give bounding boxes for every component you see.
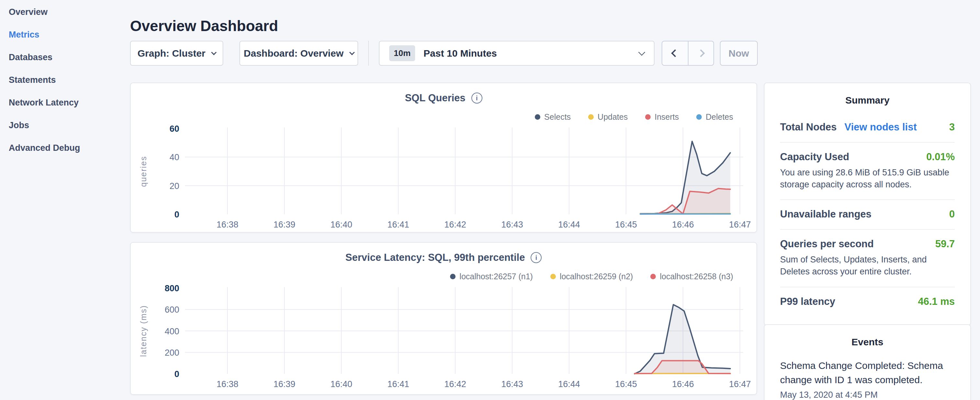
svg-text:16:46: 16:46 (672, 379, 694, 389)
summary-row-p99-latency: P99 latency 46.1 ms (780, 287, 955, 317)
svg-text:16:42: 16:42 (444, 379, 466, 389)
admin-ui-page: Overview Metrics Databases Statements Ne… (0, 0, 980, 400)
summary-row-description: Sum of Selects, Updates, Inserts, and De… (780, 254, 955, 277)
svg-text:16:42: 16:42 (444, 220, 466, 229)
sidebar-item-statements[interactable]: Statements (0, 69, 130, 91)
summary-row-label: Unavailable ranges (780, 209, 872, 220)
view-nodes-list-link[interactable]: View nodes list (845, 121, 916, 133)
sidebar: Overview Metrics Databases Statements Ne… (0, 0, 130, 400)
svg-text:16:41: 16:41 (387, 220, 409, 229)
chevron-down-icon (211, 49, 217, 55)
svg-text:16:43: 16:43 (501, 379, 523, 389)
summary-row-capacity-used: Capacity Used 0.01% You are using 28.6 M… (780, 143, 955, 200)
chevron-down-icon (349, 49, 355, 55)
svg-text:16:46: 16:46 (672, 220, 694, 229)
svg-text:16:44: 16:44 (558, 220, 580, 229)
dashboard-dropdown-label: Dashboard: Overview (243, 48, 343, 59)
sidebar-item-databases[interactable]: Databases (0, 46, 130, 69)
time-range-badge: 10m (389, 45, 415, 61)
svg-text:16:38: 16:38 (216, 379, 239, 389)
summary-row-value: 59.7 (935, 238, 955, 250)
next-button[interactable] (688, 41, 713, 65)
svg-text:16:47: 16:47 (729, 379, 751, 389)
summary-row-value: 0 (949, 209, 955, 220)
service-latency-chart-card: Service Latency: SQL, 99th percentile i … (130, 242, 757, 395)
chevron-down-icon (638, 49, 645, 56)
summary-row-total-nodes: Total Nodes View nodes list 3 (780, 113, 955, 143)
event-item[interactable]: Schema Change Completed: Schema change w… (780, 359, 955, 400)
summary-row-label: Capacity Used (780, 151, 849, 163)
svg-text:600: 600 (165, 305, 179, 315)
events-card: Events Schema Change Completed: Schema c… (764, 324, 971, 400)
svg-text:16:44: 16:44 (558, 379, 580, 389)
svg-text:16:45: 16:45 (615, 220, 637, 229)
toolbar: Graph: Cluster Dashboard: Overview 10m P… (130, 41, 758, 66)
svg-text:queries: queries (139, 156, 148, 187)
page-title: Overview Dashboard (130, 17, 278, 35)
toolbar-divider (368, 41, 369, 66)
dashboard-dropdown[interactable]: Dashboard: Overview (239, 41, 358, 66)
time-range-selector[interactable]: 10m Past 10 Minutes (379, 41, 654, 66)
summary-row-label: P99 latency (780, 296, 835, 308)
svg-text:16:38: 16:38 (216, 220, 239, 229)
event-timestamp: May 13, 2020 at 4:45 PM (780, 390, 955, 400)
summary-row-label: Total Nodes (780, 121, 837, 133)
svg-text:800: 800 (165, 284, 179, 293)
summary-row-description: You are using 28.6 MiB of 515.9 GiB usab… (780, 167, 955, 190)
prev-button[interactable] (662, 41, 688, 65)
event-text: Schema Change Completed: Schema change w… (780, 359, 955, 387)
time-range-label: Past 10 Minutes (423, 48, 631, 59)
svg-text:16:40: 16:40 (330, 220, 352, 229)
chart-plot[interactable]: 16:3816:3916:4016:4116:4216:4316:4416:45… (131, 83, 756, 232)
svg-text:latency (ms): latency (ms) (139, 305, 148, 357)
graph-dropdown[interactable]: Graph: Cluster (130, 41, 223, 66)
time-pager (662, 41, 714, 66)
svg-text:16:41: 16:41 (387, 379, 409, 389)
sidebar-item-jobs[interactable]: Jobs (0, 114, 130, 137)
summary-row-queries-per-second: Queries per second 59.7 Sum of Selects, … (780, 230, 955, 287)
summary-row-value: 46.1 ms (918, 296, 955, 308)
summary-row-unavailable-ranges: Unavailable ranges 0 (780, 200, 955, 230)
sidebar-item-network-latency[interactable]: Network Latency (0, 91, 130, 114)
summary-row-value: 3 (949, 121, 955, 133)
svg-text:16:39: 16:39 (274, 379, 295, 389)
summary-card: Summary Total Nodes View nodes list 3 Ca… (764, 83, 971, 325)
sidebar-item-advanced-debug[interactable]: Advanced Debug (0, 137, 130, 159)
summary-body: Total Nodes View nodes list 3 Capacity U… (765, 113, 970, 325)
svg-text:0: 0 (174, 210, 179, 220)
chart-plot[interactable]: 16:3816:3916:4016:4116:4216:4316:4416:45… (131, 243, 756, 394)
svg-text:16:47: 16:47 (729, 220, 751, 229)
svg-text:16:45: 16:45 (615, 379, 637, 389)
summary-row-label: Queries per second (780, 238, 873, 250)
summary-title: Summary (765, 83, 970, 106)
chevron-right-icon (697, 49, 705, 57)
svg-text:400: 400 (165, 327, 179, 336)
graph-dropdown-label: Graph: Cluster (137, 48, 205, 59)
svg-text:20: 20 (170, 181, 179, 191)
svg-text:200: 200 (165, 348, 179, 358)
svg-text:16:40: 16:40 (330, 379, 352, 389)
sidebar-item-overview[interactable]: Overview (0, 1, 130, 23)
summary-row-value: 0.01% (926, 151, 955, 163)
svg-text:0: 0 (174, 369, 179, 379)
now-button[interactable]: Now (720, 41, 758, 66)
svg-text:40: 40 (170, 153, 179, 162)
svg-text:16:43: 16:43 (501, 220, 523, 229)
sidebar-item-metrics[interactable]: Metrics (0, 23, 130, 46)
sql-queries-chart-card: SQL Queries i SelectsUpdatesInsertsDelet… (130, 83, 757, 233)
chevron-left-icon (671, 49, 679, 57)
svg-text:60: 60 (170, 124, 179, 134)
events-title: Events (765, 325, 970, 347)
svg-text:16:39: 16:39 (274, 220, 295, 229)
